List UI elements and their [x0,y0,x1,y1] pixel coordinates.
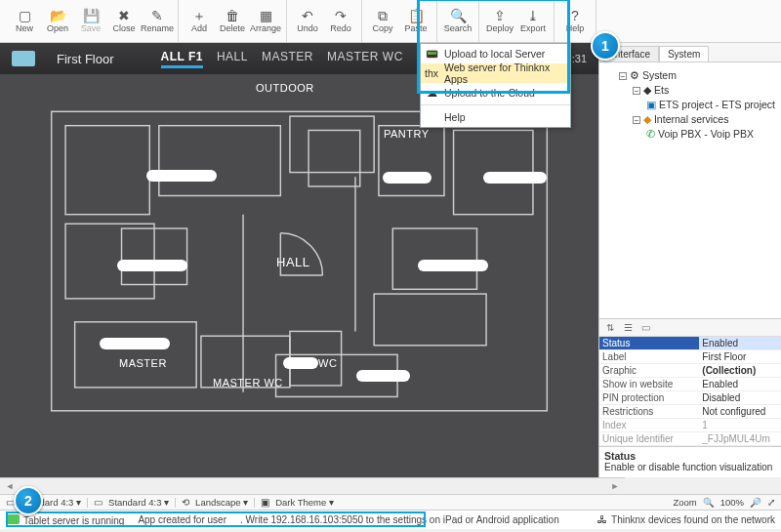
prop-sort-icon[interactable]: ⇅ [603,322,617,333]
right-tab-system[interactable]: System [659,46,709,61]
export-button[interactable]: ⤓Export [516,0,550,42]
prop-row[interactable]: LabelFirst Floor [599,350,781,364]
deploy-icon: ⇪ [494,9,506,22]
tree-node-ets-project[interactable]: ETS project - ETS project [659,99,775,110]
tree-node-system[interactable]: System [642,69,677,81]
canvas-tab[interactable]: MASTER WC [327,50,403,68]
page-title: First Floor [57,52,114,66]
callout-badge-2: 2 [14,486,43,515]
orient-icon[interactable]: ⟲ [182,497,189,508]
undo-icon: ↶ [302,9,313,22]
zoom-value: 100% [720,497,744,508]
arrange-button[interactable]: ▦Arrange [249,0,282,42]
canvas-tab[interactable]: HALL [217,50,248,68]
zoom-out-icon[interactable]: 🔍 [703,497,715,508]
tree-node-voip[interactable]: Voip PBX - Voip PBX [658,128,754,140]
prop-desc-title: Status [604,450,776,462]
prop-row[interactable]: RestrictionsNot configured [599,405,781,419]
rename-icon: ✎ [151,9,163,22]
zoom-fit-icon[interactable]: ⤢ [767,497,775,508]
device-slot[interactable] [146,170,217,182]
menu-item-label: Help [444,111,466,123]
ratio2-select[interactable]: Standard 4:3 ▾ [108,497,169,508]
delete-button[interactable]: 🗑Delete [216,0,249,42]
callout-badge-1: 1 [591,31,620,61]
prop-value[interactable]: Not configured [699,405,781,419]
prop-value[interactable]: Disabled [699,391,781,405]
floorplan[interactable]: OUTDOOR PANTRY HALL MASTER MASTER WC WC [0,74,598,477]
svg-rect-10 [374,294,486,346]
prop-row[interactable]: Unique Identifier_FJJpMUL4Um [599,432,781,446]
canvas-tab[interactable]: MASTER [262,50,313,68]
tb-label: Redo [330,23,351,33]
copy-button[interactable]: ⧉Copy [366,0,399,42]
search-icon: 🔍 [450,9,467,22]
prop-row[interactable]: PIN protectionDisabled [599,391,781,405]
svg-rect-4 [308,130,360,185]
label-pantry: PANTRY [384,128,430,140]
device-slot[interactable] [383,172,432,184]
deploy-menu-item[interactable]: 📟Upload to local Server [421,44,570,63]
scroll-right-icon[interactable]: ► [609,481,621,491]
device-slot[interactable] [100,338,170,349]
tb-label: Delete [220,23,245,33]
system-tree[interactable]: −⚙ System −◆Ets ▣ ETS project - ETS proj… [599,62,781,318]
rename-button[interactable]: ✎Rename [141,0,174,42]
tb-label: Help [566,23,585,33]
device-slot[interactable] [117,260,187,271]
close-button[interactable]: ✖Close [107,0,141,42]
prop-key: Label [599,350,699,364]
save-button: 💾Save [74,0,107,42]
save-icon: 💾 [83,9,100,22]
canvas-tab[interactable]: ALL F1 [161,50,203,68]
prop-value[interactable]: Enabled [699,378,781,391]
prop-value[interactable]: First Floor [699,350,781,364]
deploy-menu-item[interactable]: ☁Upload to the Cloud [421,83,570,102]
theme-select[interactable]: Dark Theme ▾ [275,497,334,508]
scroll-left-icon[interactable]: ◄ [4,481,16,491]
tree-node-ets[interactable]: Ets [654,84,669,96]
prop-row[interactable]: Graphic(Collection) [599,364,781,378]
device-slot[interactable] [283,357,318,369]
svg-rect-11 [75,322,197,388]
prop-value[interactable]: 1 [699,419,781,432]
add-button[interactable]: ＋Add [183,0,216,42]
undo-button[interactable]: ↶Undo [291,0,324,42]
deploy-button[interactable]: ⇪Deploy [483,0,516,42]
device-slot[interactable] [418,260,488,271]
theme-icon[interactable]: ▣ [261,497,269,508]
menu-item-label: Web server for Thinknx Apps [444,61,564,85]
prop-value[interactable]: _FJJpMUL4Um [699,432,781,446]
zoom-in-icon[interactable]: 🔎 [750,497,761,508]
prop-row[interactable]: Index1 [599,419,781,432]
prop-value[interactable]: Enabled [699,337,781,350]
tb-label: Save [81,23,102,33]
prop-cat-icon[interactable]: ☰ [621,322,635,333]
prop-row[interactable]: StatusEnabled [599,337,781,350]
search-button[interactable]: 🔍Search [441,0,474,42]
help-button[interactable]: ?Help [558,0,592,42]
paste-button[interactable]: 📋Paste [399,0,432,42]
label-hall: HALL [276,255,310,269]
copy-icon: ⧉ [378,9,388,22]
device-slot[interactable] [356,370,410,382]
redo-button[interactable]: ↷Redo [324,0,357,42]
prop-value[interactable]: (Collection) [699,364,781,378]
orient-select[interactable]: Landscape ▾ [195,497,248,508]
tree-node-internal[interactable]: Internal services [654,113,728,125]
open-button[interactable]: 📂Open [41,0,74,42]
tb-label: Export [520,23,546,33]
tb-label: New [16,23,33,33]
property-grid: ⇅ ☰ ▭ StatusEnabledLabelFirst FloorGraph… [599,318,781,478]
ratio2-icon[interactable]: ▭ [94,497,103,508]
deploy-menu-item[interactable]: Help [421,107,570,127]
prop-row[interactable]: Show in websiteEnabled [599,378,781,391]
prop-view-icon[interactable]: ▭ [638,322,652,333]
h-scrollbar[interactable]: ◄ ► [0,477,625,494]
new-button[interactable]: ▢New [8,0,41,42]
label-outdoor: OUTDOOR [256,82,314,94]
status-app: App created for user [138,514,226,525]
deploy-menu-item[interactable]: thxWeb server for Thinknx Apps [421,63,570,83]
device-slot[interactable] [483,172,547,184]
menu-item-icon: 📟 [425,48,438,61]
